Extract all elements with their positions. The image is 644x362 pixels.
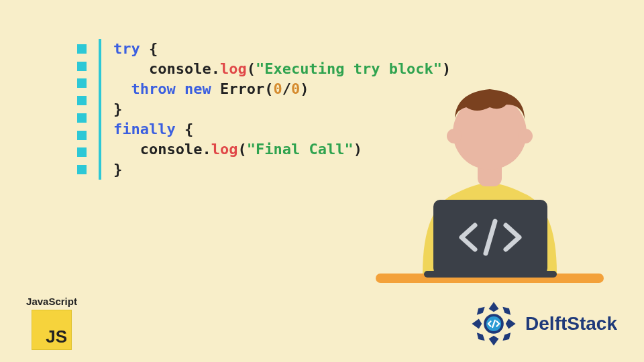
gutter-dot — [77, 96, 87, 105]
gutter-line — [99, 39, 101, 180]
gutter-dot — [77, 62, 87, 71]
svg-point-3 — [447, 129, 462, 143]
gutter-dot — [77, 44, 87, 54]
javascript-logo-text: JS — [46, 326, 67, 347]
gutter-dot — [77, 165, 87, 174]
delftstack-logo-icon — [469, 299, 519, 349]
svg-point-4 — [518, 129, 533, 143]
svg-rect-6 — [424, 271, 557, 278]
delftstack-name: DelftStack — [525, 313, 617, 335]
gutter-dot — [77, 78, 87, 88]
delftstack-brand: DelftStack — [469, 299, 617, 349]
gutter-dot — [77, 131, 87, 140]
person-illustration — [376, 72, 604, 294]
javascript-label: JavaScript — [21, 296, 82, 307]
gutter-dot — [77, 113, 87, 123]
javascript-badge: JavaScript JS — [21, 296, 82, 350]
gutter-dot — [77, 147, 87, 157]
javascript-logo-icon: JS — [32, 310, 72, 350]
gutter-dots — [77, 39, 87, 180]
